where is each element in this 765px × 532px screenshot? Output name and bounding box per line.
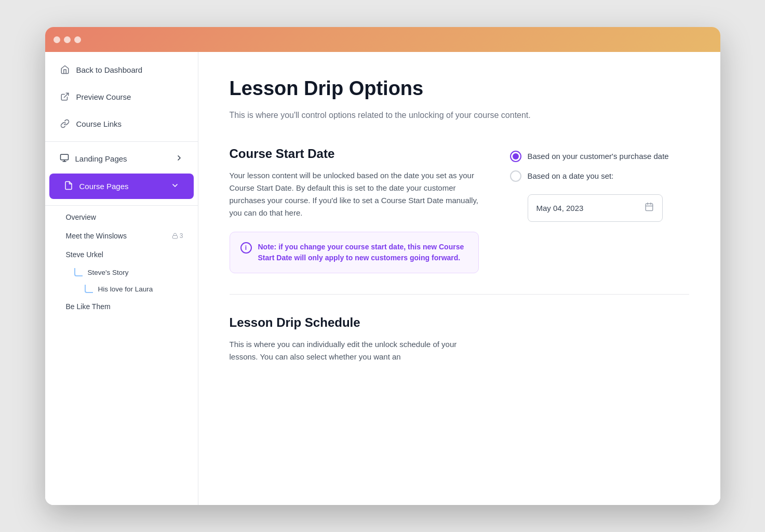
- preview-course-label: Preview Course: [76, 92, 131, 101]
- steves-story-label: Steve's Story: [88, 269, 129, 276]
- file-icon: [64, 181, 73, 192]
- minimize-button[interactable]: [64, 36, 71, 43]
- radio-custom-date-label: Based on a date you set:: [528, 171, 614, 180]
- lesson-drip-schedule-description: This is where you can individually edit …: [230, 338, 479, 363]
- steve-urkel-label: Steve Urkel: [66, 250, 103, 259]
- radio-purchase-date[interactable]: Based on your customer's purchase date: [510, 151, 687, 162]
- svg-rect-5: [646, 204, 653, 211]
- external-link-icon: [60, 91, 70, 102]
- overview-label: Overview: [66, 213, 96, 221]
- date-input[interactable]: May 04, 2023: [528, 194, 663, 222]
- course-start-left: Course Start Date Your lesson content wi…: [230, 147, 479, 273]
- be-like-them-left: Be Like Them: [66, 302, 111, 311]
- traffic-lights: [53, 36, 81, 43]
- list-item-meet-winslows[interactable]: Meet the Winslows 3: [45, 227, 198, 245]
- lock-badge: 3: [172, 232, 183, 240]
- chevron-down-icon: [171, 181, 179, 191]
- sidebar-item-back-dashboard[interactable]: Back to Dashboard: [45, 56, 198, 83]
- svg-rect-1: [60, 154, 68, 160]
- sidebar-item-course-links[interactable]: Course Links: [45, 110, 198, 137]
- radio-custom-date[interactable]: Based on a date you set:: [510, 170, 687, 182]
- course-start-date-description: Your lesson content will be unlocked bas…: [230, 169, 479, 219]
- sidebar-item-landing-pages[interactable]: Landing Pages: [45, 146, 198, 171]
- page-subtitle: This is where you'll control options rel…: [230, 109, 689, 122]
- course-links-label: Course Links: [76, 119, 122, 128]
- course-start-date-title: Course Start Date: [230, 147, 479, 161]
- info-icon: i: [240, 242, 252, 254]
- home-icon: [60, 64, 70, 75]
- page-title: Lesson Drip Options: [230, 77, 689, 101]
- info-icon-text: i: [245, 244, 247, 251]
- sidebar-top-nav: Back to Dashboard Preview Course: [45, 52, 198, 142]
- course-start-date-section: Course Start Date Your lesson content wi…: [230, 147, 689, 273]
- radio-circle-unselected: [510, 170, 521, 182]
- section-divider: [230, 294, 689, 295]
- app-window: Back to Dashboard Preview Course: [45, 27, 720, 505]
- main-layout: Back to Dashboard Preview Course: [45, 52, 720, 505]
- sidebar-item-course-pages[interactable]: Course Pages: [49, 174, 194, 199]
- be-like-them-label: Be Like Them: [66, 302, 111, 311]
- list-item-his-love-laura[interactable]: His love for Laura: [45, 281, 198, 297]
- close-button[interactable]: [53, 36, 60, 43]
- list-item-steves-story[interactable]: Steve's Story: [45, 264, 198, 281]
- link-icon: [60, 118, 70, 129]
- lesson-drip-schedule-section: Lesson Drip Schedule This is where you c…: [230, 315, 689, 363]
- maximize-button[interactable]: [74, 36, 81, 43]
- sidebar-item-preview-course[interactable]: Preview Course: [45, 83, 198, 110]
- sub-connector-story: [74, 268, 83, 276]
- course-pages-left: Course Pages: [64, 181, 129, 192]
- svg-line-0: [64, 93, 68, 97]
- sidebar-middle-nav: Landing Pages: [45, 142, 198, 206]
- content-area: Lesson Drip Options This is where you'll…: [198, 52, 720, 505]
- radio-group: Based on your customer's purchase date B…: [510, 151, 687, 222]
- meet-winslows-left: Meet the Winslows: [66, 232, 127, 240]
- overview-left: Overview: [66, 213, 96, 221]
- landing-pages-left: Landing Pages: [60, 153, 127, 164]
- date-value: May 04, 2023: [536, 204, 584, 212]
- landing-pages-label: Landing Pages: [75, 154, 127, 163]
- course-pages-label: Course Pages: [79, 182, 129, 191]
- radio-inner-selected: [513, 153, 519, 159]
- list-item-overview[interactable]: Overview: [45, 208, 198, 227]
- svg-rect-4: [172, 236, 177, 239]
- info-note-text: Note: if you change your course start da…: [258, 242, 468, 263]
- course-start-right: Based on your customer's purchase date B…: [510, 147, 687, 222]
- radio-purchase-date-label: Based on your customer's purchase date: [528, 152, 669, 161]
- list-item-be-like-them[interactable]: Be Like Them: [45, 297, 198, 316]
- meet-winslows-label: Meet the Winslows: [66, 232, 127, 240]
- sub-connector-laura: [85, 285, 93, 293]
- radio-circle-selected: [510, 151, 521, 162]
- back-dashboard-label: Back to Dashboard: [76, 65, 143, 74]
- his-love-laura-label: His love for Laura: [98, 285, 153, 293]
- lesson-drip-schedule-title: Lesson Drip Schedule: [230, 315, 689, 330]
- course-pages-items: Overview Meet the Winslows 3: [45, 206, 198, 318]
- chevron-right-icon: [175, 154, 183, 164]
- sidebar: Back to Dashboard Preview Course: [45, 52, 198, 505]
- info-note-box: i Note: if you change your course start …: [230, 232, 479, 273]
- steve-urkel-left: Steve Urkel: [66, 250, 103, 259]
- calendar-icon: [645, 202, 654, 214]
- lock-count: 3: [180, 232, 183, 240]
- titlebar: [45, 27, 720, 52]
- list-item-steve-urkel[interactable]: Steve Urkel: [45, 245, 198, 264]
- monitor-icon: [60, 153, 69, 164]
